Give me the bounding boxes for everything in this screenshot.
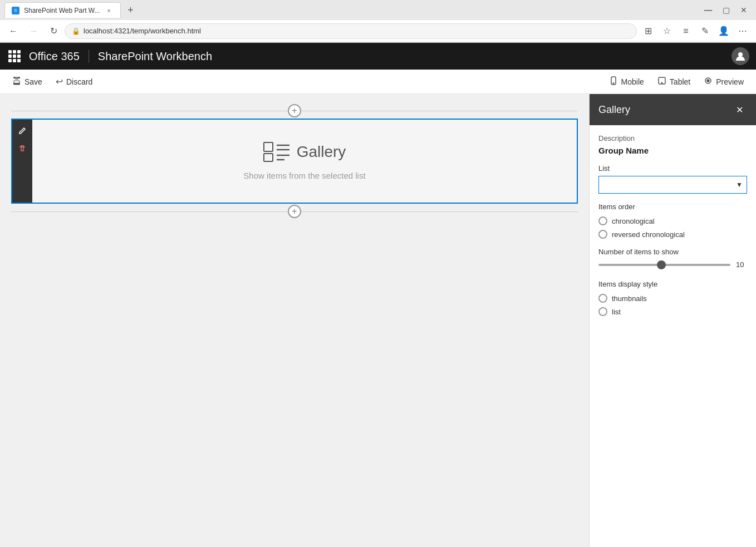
gallery-icon-area: Gallery [263,142,346,162]
close-icon: ✕ [736,105,743,115]
items-order-label: Items order [598,203,747,211]
forward-button[interactable]: → [24,22,42,40]
display-thumbnails-option[interactable]: thumbnails [598,294,747,303]
add-line-right [301,111,578,111]
main-layout: + [0,94,756,547]
add-webpart-top-button[interactable]: + [288,104,301,117]
num-items-slider[interactable] [598,264,730,266]
tablet-icon [657,76,666,87]
list-select[interactable] [598,176,747,194]
tab-title: SharePoint Web Part W... [24,7,100,14]
list-label: list [612,308,621,316]
num-items-label: Number of items to show [598,248,747,256]
right-panel: Gallery ✕ Description Group Name List ▼ … [589,94,756,547]
brand-divider [89,50,89,63]
display-list-option[interactable]: list [598,307,747,316]
edit-webpart-button[interactable] [14,123,30,139]
display-style-radio-group: thumbnails list [598,294,747,316]
list-radio[interactable] [598,307,607,316]
svg-rect-11 [264,142,273,151]
mobile-view-button[interactable]: Mobile [603,73,650,90]
gallery-webpart-subtitle: Show items from the selected list [243,171,365,180]
reversed-chronological-radio[interactable] [598,230,607,239]
list-select-wrapper: ▼ [598,176,747,194]
reversed-chronological-label: reversed chronological [612,230,685,239]
toolbar: Save ↩ Discard Mobile Tablet Preview [0,70,756,94]
discard-icon: ↩ [56,76,63,87]
minimize-button[interactable]: ─ [700,2,716,18]
nav-right-buttons: ⊞ ☆ ≡ ✎ 👤 ⋯ [639,22,752,40]
svg-rect-12 [264,154,273,161]
canvas-wrapper: + [11,105,578,217]
gallery-webpart-title: Gallery [297,143,346,161]
svg-point-10 [707,80,709,82]
restore-button[interactable]: ▢ [718,2,734,18]
address-bar[interactable]: 🔒 localhost:4321/temp/workbench.html [65,23,637,39]
preview-icon [704,76,713,87]
tab-favicon: S [12,7,19,14]
view-buttons: Mobile Tablet Preview [603,73,749,90]
panel-body: Description Group Name List ▼ Items orde… [590,125,756,334]
delete-webpart-button[interactable] [14,141,30,156]
preview-label: Preview [716,77,744,86]
user-avatar[interactable] [732,47,749,65]
svg-point-6 [613,83,614,84]
canvas-area: + [0,94,589,547]
thumbnails-radio[interactable] [598,294,607,303]
waffle-menu-button[interactable] [7,48,22,64]
add-zone-top: + [11,105,578,116]
order-chronological-option[interactable]: chronological [598,216,747,225]
menu-button[interactable]: ≡ [677,22,695,40]
browser-chrome: S SharePoint Web Part W... × + ─ ▢ ✕ ← →… [0,0,756,43]
save-button[interactable]: Save [7,73,48,91]
webpart-container: Gallery Show items from the selected lis… [11,119,578,204]
security-lock-icon: 🔒 [72,27,80,35]
tab-grid-button[interactable]: ⊞ [639,22,657,40]
edit-button[interactable]: ✎ [696,22,714,40]
nav-bar: ← → ↻ 🔒 localhost:4321/temp/workbench.ht… [0,20,756,42]
new-tab-button[interactable]: + [123,2,139,18]
add-line-left [11,111,288,111]
add-zone-bottom: + [11,206,578,217]
more-button[interactable]: ⋯ [734,22,752,40]
svg-point-0 [738,52,743,57]
reload-button[interactable]: ↻ [45,22,62,40]
chronological-radio[interactable] [598,216,607,225]
panel-title: Gallery [598,104,630,116]
slider-wrapper: 10 [598,260,747,269]
save-label: Save [24,77,42,86]
active-tab[interactable]: S SharePoint Web Part W... × [4,2,121,18]
svg-rect-3 [15,77,18,80]
discard-label: Discard [66,77,92,86]
num-items-section: Number of items to show 10 [598,248,747,269]
group-name-label: Group Name [598,146,747,155]
add-line-bottom-right [301,211,578,212]
add-webpart-bottom-button[interactable]: + [288,205,301,218]
profile-button[interactable]: 👤 [715,22,733,40]
add-line-bottom-left [11,211,288,212]
panel-close-button[interactable]: ✕ [732,102,747,117]
list-field-label: List [598,164,747,173]
thumbnails-label: thumbnails [612,294,647,303]
discard-button[interactable]: ↩ Discard [50,73,98,90]
back-button[interactable]: ← [4,22,22,40]
preview-button[interactable]: Preview [698,73,749,90]
waffle-icon [8,50,21,62]
close-window-button[interactable]: ✕ [736,2,752,18]
office-brand-label: Office 365 [29,50,80,63]
panel-header: Gallery ✕ [590,94,756,125]
tablet-label: Tablet [670,77,690,86]
tablet-view-button[interactable]: Tablet [652,73,696,90]
tab-bar: S SharePoint Web Part W... × + ─ ▢ ✕ [0,0,756,20]
svg-point-8 [661,82,662,83]
display-style-label: Items display style [598,280,747,288]
bookmark-button[interactable]: ☆ [658,22,676,40]
app-header: Office 365 SharePoint Workbench [0,43,756,70]
webpart-toolbar [12,120,32,203]
webpart-content: Gallery Show items from the selected lis… [32,120,577,203]
num-items-value: 10 [736,260,747,269]
mobile-label: Mobile [621,77,644,86]
chronological-label: chronological [612,217,655,225]
tab-close-button[interactable]: × [105,6,114,15]
order-reversed-option[interactable]: reversed chronological [598,230,747,239]
